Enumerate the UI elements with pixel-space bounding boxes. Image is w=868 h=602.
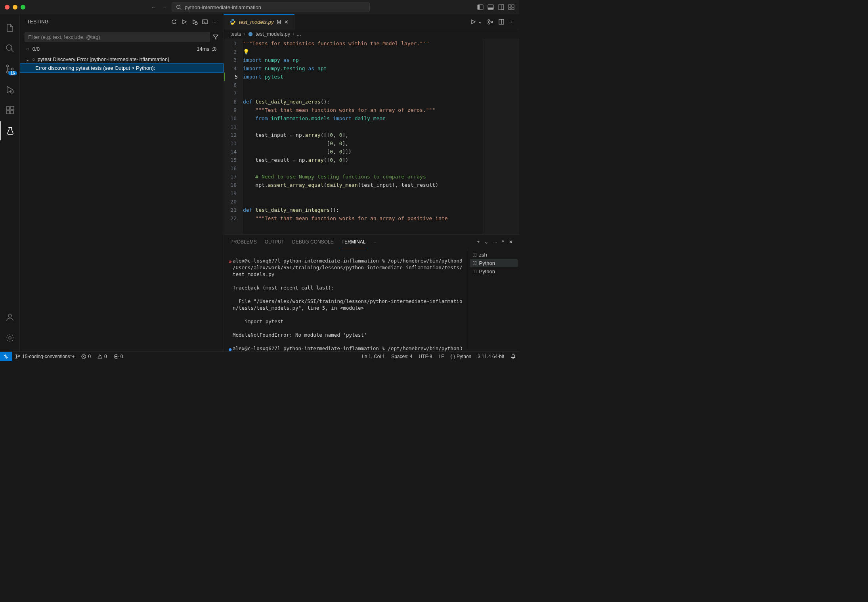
- notifications-icon[interactable]: [507, 354, 519, 359]
- editor[interactable]: 12345678910111213141516171819202122 """T…: [224, 38, 519, 234]
- svg-point-23: [9, 337, 11, 339]
- history-icon[interactable]: [212, 46, 217, 52]
- terminal-item-python[interactable]: ❯⃞Python: [470, 259, 518, 267]
- diff-icon[interactable]: [487, 19, 493, 25]
- run-debug-icon[interactable]: [0, 80, 19, 99]
- search-icon: [176, 4, 182, 10]
- tree-root-item[interactable]: ⌄ ○ pytest Discovery Error [python-inter…: [20, 55, 224, 63]
- code-content[interactable]: """Tests for statistics functions within…: [243, 38, 484, 234]
- svg-rect-18: [6, 107, 10, 110]
- accounts-icon[interactable]: [0, 308, 19, 327]
- tab-filename: test_models.py: [239, 19, 273, 25]
- source-control-badge: 16: [8, 71, 17, 75]
- output-tab[interactable]: OUTPUT: [265, 236, 284, 248]
- filter-input[interactable]: [25, 32, 210, 42]
- terminal-icon: ❯⃞: [473, 260, 477, 266]
- maximize-panel-icon[interactable]: ^: [502, 239, 504, 245]
- indentation[interactable]: Spaces: 4: [388, 354, 415, 359]
- tree-error-item[interactable]: Error discovering pytest tests (see Outp…: [20, 63, 224, 73]
- svg-point-24: [195, 22, 197, 25]
- status-bar: 15-coding-conventions*+ 0 0 0 Ln 1, Col …: [0, 351, 519, 361]
- svg-rect-25: [203, 20, 207, 24]
- split-editor-icon[interactable]: [498, 19, 505, 25]
- cursor-position[interactable]: Ln 1, Col 1: [359, 354, 388, 359]
- encoding[interactable]: UTF-8: [416, 354, 436, 359]
- toggle-secondary-sidebar-icon[interactable]: [498, 4, 504, 10]
- run-dropdown-icon[interactable]: ⌄: [478, 19, 482, 25]
- terminal-icon: ❯⃞: [473, 252, 477, 258]
- python-version[interactable]: 3.11.4 64-bit: [474, 354, 507, 359]
- run-tests-icon[interactable]: [181, 19, 187, 25]
- forward-arrow-icon[interactable]: →: [160, 3, 168, 12]
- layout-controls: [477, 4, 514, 10]
- test-time: 14ms: [197, 46, 209, 52]
- tree-error-label: Error discovering pytest tests (see Outp…: [35, 65, 155, 71]
- new-terminal-icon[interactable]: +: [477, 239, 480, 245]
- close-panel-icon[interactable]: ✕: [509, 239, 513, 245]
- terminal-dropdown-icon[interactable]: ⌄: [484, 239, 488, 245]
- filter-icon[interactable]: [212, 32, 219, 42]
- remote-indicator[interactable]: [0, 352, 12, 361]
- bottom-panel: PROBLEMS OUTPUT DEBUG CONSOLE TERMINAL ·…: [224, 234, 519, 351]
- debug-tests-icon[interactable]: [191, 19, 198, 25]
- svg-point-31: [249, 32, 253, 36]
- minimap[interactable]: [484, 38, 519, 234]
- svg-point-14: [6, 65, 8, 67]
- testing-icon[interactable]: [0, 121, 19, 140]
- toggle-panel-icon[interactable]: [488, 4, 494, 10]
- refresh-tests-icon[interactable]: [171, 19, 177, 25]
- editor-tabs: test_models.py M ✕ ⌄ ···: [224, 14, 519, 29]
- traffic-lights: [5, 5, 25, 10]
- breadcrumb[interactable]: tests› test_models.py› ...: [224, 29, 519, 38]
- language-mode[interactable]: { }Python: [447, 354, 475, 359]
- warnings-count[interactable]: 0: [94, 354, 110, 359]
- source-control-icon[interactable]: 16: [0, 59, 19, 79]
- back-arrow-icon[interactable]: ←: [149, 3, 158, 12]
- search-icon[interactable]: [0, 39, 19, 58]
- run-file-icon[interactable]: [470, 19, 476, 25]
- panel-more-icon[interactable]: ···: [493, 239, 497, 245]
- terminal-tab[interactable]: TERMINAL: [342, 236, 366, 248]
- eol[interactable]: LF: [436, 354, 447, 359]
- svg-point-12: [6, 45, 12, 50]
- terminal-output[interactable]: ⊗alex@c-losxq677l python-intermediate-in…: [224, 249, 468, 351]
- svg-point-22: [8, 314, 11, 317]
- more-editor-icon[interactable]: ···: [509, 19, 514, 25]
- activity-bar: 16: [0, 14, 20, 351]
- terminal-item-zsh[interactable]: ❯⃞zsh: [470, 251, 518, 259]
- python-file-icon: [229, 19, 236, 25]
- settings-gear-icon[interactable]: [0, 328, 19, 347]
- show-output-icon[interactable]: [202, 19, 208, 25]
- svg-line-13: [11, 50, 13, 52]
- svg-point-32: [16, 354, 17, 355]
- svg-rect-5: [488, 8, 493, 10]
- maximize-window[interactable]: [21, 5, 25, 10]
- git-branch[interactable]: 15-coding-conventions*+: [12, 354, 78, 359]
- explorer-icon[interactable]: [0, 18, 19, 37]
- title-bar: ← → python-intermediate-inflammation: [0, 0, 519, 14]
- svg-point-33: [16, 357, 17, 359]
- minimize-window[interactable]: [13, 5, 17, 10]
- ports-count[interactable]: 0: [110, 354, 126, 359]
- svg-rect-8: [509, 5, 511, 7]
- terminal-item-python[interactable]: ❯⃞Python: [470, 267, 518, 276]
- close-tab-icon[interactable]: ✕: [284, 19, 289, 25]
- errors-count[interactable]: 0: [78, 354, 94, 359]
- more-actions-icon[interactable]: ···: [212, 19, 216, 25]
- extensions-icon[interactable]: [0, 101, 19, 120]
- svg-line-1: [180, 8, 182, 10]
- problems-tab[interactable]: PROBLEMS: [230, 236, 257, 248]
- svg-point-28: [491, 21, 493, 23]
- debug-console-tab[interactable]: DEBUG CONSOLE: [292, 236, 334, 248]
- terminal-icon: ❯⃞: [473, 268, 477, 274]
- svg-rect-7: [502, 5, 504, 10]
- command-center[interactable]: python-intermediate-inflammation: [172, 2, 370, 12]
- toggle-primary-sidebar-icon[interactable]: [477, 4, 484, 10]
- editor-tab[interactable]: test_models.py M ✕: [224, 14, 294, 29]
- sidebar-title: TESTING: [27, 19, 49, 25]
- svg-rect-10: [509, 8, 511, 10]
- customize-layout-icon[interactable]: [508, 4, 514, 10]
- panel-more-icon[interactable]: ···: [373, 236, 377, 248]
- svg-rect-6: [498, 5, 504, 10]
- close-window[interactable]: [5, 5, 10, 10]
